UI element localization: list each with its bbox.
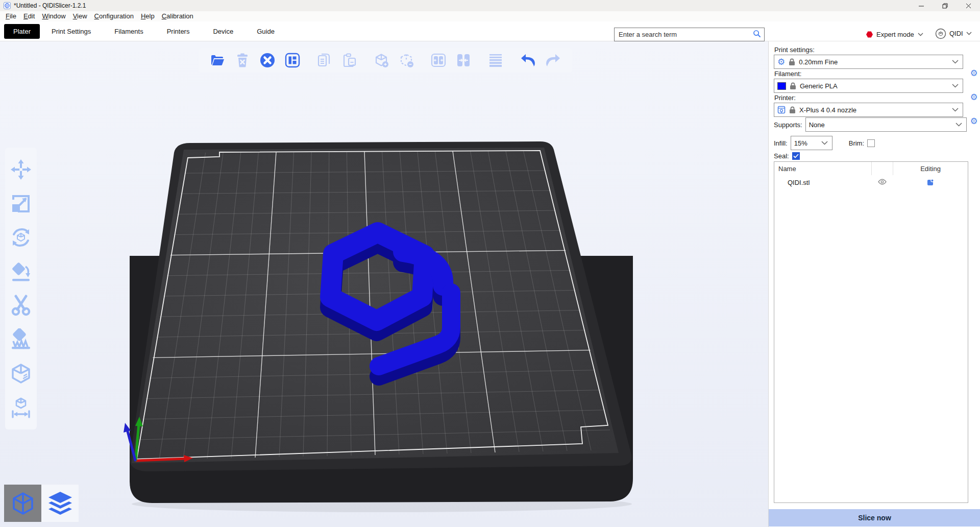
- add-instance-icon[interactable]: [373, 52, 390, 69]
- app-icon: [4, 2, 11, 9]
- filament-combo[interactable]: Generic PLA: [774, 79, 963, 93]
- 3d-editor-icon: [10, 490, 36, 517]
- tab-device[interactable]: Device: [201, 24, 245, 39]
- delete-icon[interactable]: [234, 52, 251, 69]
- object-name: QIDI.stl: [774, 179, 871, 186]
- restore-button[interactable]: [933, 0, 957, 11]
- seal-row: Seal:: [774, 152, 980, 160]
- printer-combo[interactable]: X-Plus 4 0.4 nozzle: [774, 103, 963, 117]
- filament-label: Filament:: [774, 70, 980, 78]
- column-editing: Editing: [893, 162, 968, 175]
- paste-icon[interactable]: [341, 52, 358, 69]
- menu-configuration[interactable]: Configuration: [91, 11, 137, 21]
- paint-supports-icon[interactable]: [9, 328, 33, 351]
- plater-toolbar: [199, 48, 572, 73]
- qidi-logo-icon: [935, 28, 946, 39]
- view-toggle-group: [4, 485, 79, 522]
- chevron-down-icon: [821, 141, 828, 145]
- move-icon[interactable]: [9, 158, 33, 181]
- supports-value: None: [809, 121, 825, 129]
- supports-label: Supports:: [774, 121, 802, 129]
- infill-combo[interactable]: 15%: [791, 136, 832, 150]
- gear-icon: ⚙: [777, 58, 785, 66]
- lock-icon: [790, 82, 796, 90]
- object-row-qidi-stl[interactable]: QIDI.stl: [774, 175, 968, 189]
- tab-printers[interactable]: Printers: [155, 24, 202, 39]
- preview-view-button[interactable]: [41, 485, 79, 522]
- settings-panel: Print settings: ⚙ 0.20mm Fine ⚙ Filament…: [768, 41, 980, 527]
- tab-print-settings[interactable]: Print Settings: [40, 24, 103, 39]
- place-on-face-icon[interactable]: [9, 260, 33, 283]
- copy-icon[interactable]: [316, 52, 333, 69]
- close-button[interactable]: [957, 0, 980, 11]
- infill-value: 15%: [794, 139, 807, 147]
- mode-selector[interactable]: Expert mode: [866, 28, 923, 41]
- remove-instance-icon[interactable]: [398, 52, 415, 69]
- qidislicer-window: *Untitled - QIDISlicer-1.2.1 File Edit W…: [0, 0, 980, 527]
- menu-edit[interactable]: Edit: [20, 11, 38, 21]
- menu-file[interactable]: File: [2, 11, 20, 21]
- tab-bar: Plater Print Settings Filaments Printers…: [0, 21, 980, 41]
- search-box[interactable]: [614, 28, 765, 41]
- column-name: Name: [774, 165, 871, 173]
- menu-calibration[interactable]: Calibration: [158, 11, 197, 21]
- menu-help[interactable]: Help: [137, 11, 158, 21]
- tab-guide[interactable]: Guide: [245, 24, 286, 39]
- viewport-3d[interactable]: [0, 41, 768, 527]
- arrange-icon[interactable]: [284, 52, 301, 69]
- title-bar: *Untitled - QIDISlicer-1.2.1: [0, 0, 980, 11]
- lock-icon: [789, 58, 795, 66]
- search-input[interactable]: [619, 31, 753, 38]
- seal-checkbox[interactable]: [792, 152, 800, 160]
- measure-icon[interactable]: [9, 396, 33, 419]
- filament-section: Filament: Generic PLA ⚙: [774, 70, 980, 93]
- rotate-icon[interactable]: [9, 226, 33, 249]
- print-settings-label: Print settings:: [774, 46, 980, 54]
- edit-object-icon[interactable]: [893, 179, 968, 186]
- column-visibility: [871, 162, 893, 175]
- window-title: *Untitled - QIDISlicer-1.2.1: [14, 2, 86, 9]
- minimize-button[interactable]: [910, 0, 933, 11]
- eye-icon[interactable]: [871, 179, 893, 186]
- 3d-editor-view-button[interactable]: [4, 485, 41, 522]
- mode-label: Expert mode: [876, 31, 914, 38]
- search-icon[interactable]: [753, 30, 761, 39]
- scene-canvas: [0, 41, 768, 527]
- chevron-down-icon: [952, 108, 959, 112]
- seam-icon[interactable]: [9, 362, 33, 385]
- split-objects-icon[interactable]: [430, 52, 447, 69]
- print-settings-combo[interactable]: ⚙ 0.20mm Fine: [774, 55, 963, 69]
- filament-value: Generic PLA: [800, 82, 838, 90]
- brim-label: Brim:: [849, 139, 864, 147]
- chevron-down-icon: [952, 60, 959, 64]
- supports-combo[interactable]: None: [805, 117, 967, 132]
- slice-now-button[interactable]: Slice now: [769, 509, 980, 526]
- chevron-down-icon: [918, 33, 923, 36]
- menu-window[interactable]: Window: [38, 11, 69, 21]
- seal-label: Seal:: [774, 152, 789, 160]
- split-parts-icon[interactable]: [455, 52, 472, 69]
- expert-mode-icon: [866, 31, 873, 38]
- tab-plater[interactable]: Plater: [4, 24, 40, 39]
- variable-layer-height-icon[interactable]: [487, 52, 504, 69]
- chevron-down-icon: [955, 123, 962, 127]
- preview-layers-icon: [46, 490, 74, 517]
- undo-icon[interactable]: [519, 52, 536, 69]
- printer-icon: [777, 106, 786, 114]
- brim-checkbox[interactable]: [867, 139, 875, 147]
- open-folder-icon[interactable]: [209, 52, 226, 69]
- redo-icon[interactable]: [545, 52, 562, 69]
- cut-icon[interactable]: [9, 294, 33, 317]
- axis-z-arrow: [124, 423, 131, 433]
- delete-all-icon[interactable]: [259, 52, 276, 69]
- filament-color-swatch: [777, 82, 786, 90]
- lock-icon: [789, 106, 796, 114]
- account-menu[interactable]: QIDI: [935, 27, 972, 40]
- scale-icon[interactable]: [9, 192, 33, 215]
- chevron-down-icon: [952, 84, 959, 88]
- printer-label: Printer:: [774, 94, 980, 102]
- infill-label: Infill:: [774, 139, 788, 147]
- object-list-header: Name Editing: [774, 162, 968, 175]
- menu-view[interactable]: View: [69, 11, 91, 21]
- tab-filaments[interactable]: Filaments: [103, 24, 155, 39]
